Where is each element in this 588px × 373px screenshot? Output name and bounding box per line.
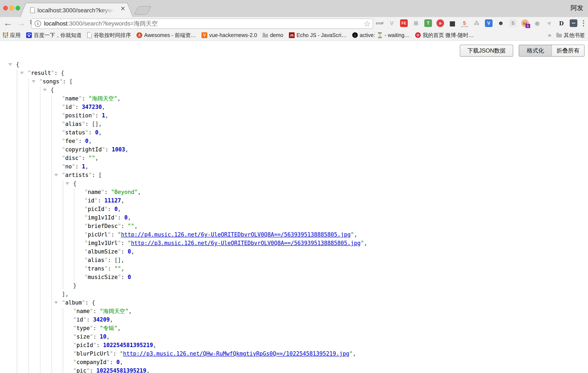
translate-icon[interactable]: en⇄ [376,19,384,27]
paw-icon[interactable]: ⁂ [473,19,480,27]
json-punctuation: { [51,87,54,93]
vue-icon[interactable]: V [388,19,396,27]
json-line: "musicSize": 0 [0,273,131,281]
download-json-button[interactable]: 下载JSON数据 [460,45,513,57]
json-key: id [76,316,83,323]
json-number-value: 11127 [104,197,121,204]
json-punctuation: , [121,197,124,204]
zoom-window-button[interactable] [16,6,20,11]
json-punctuation: , [102,104,105,110]
back-icon[interactable]: ← [3,17,12,29]
weibo-eye-icon-glyph: ◉ [535,20,540,27]
json-line: "songs": [ [0,77,73,86]
minimize-window-button[interactable] [9,6,14,11]
page-info-icon[interactable]: i [35,21,41,27]
close-window-button[interactable] [3,6,8,11]
vsquare-icon: V [201,32,207,38]
collapse-toggle-icon[interactable] [54,174,58,177]
json-url-link[interactable]: http://p4.music.126.net/6y-UleORITEDbvrO… [121,231,351,238]
json-line: "disc": "", [0,154,98,162]
bookmark-item[interactable]: JSEcho JS - JavaScri… [289,32,347,38]
json-punctuation: : [75,163,82,170]
other-bookmarks-folder[interactable]: 其他书签 [556,32,585,39]
bookmark-item[interactable]: 百度一下，你就知道 [26,32,82,39]
bookmark-item[interactable]: 应用 [3,32,21,39]
collapse-all-button[interactable]: 折叠所有 [552,45,584,56]
json-line: "id": 11127, [0,196,124,205]
bookmark-item[interactable]: ↓active: ⌛ - waiting… [352,32,410,38]
d-icon-glyph: D [559,20,564,27]
fe-icon[interactable]: FE [400,19,408,27]
json-url-link[interactable]: http://p3.music.126.net/QHw-RuMwfQkmgtiy… [123,351,349,357]
json-url-link[interactable]: http://p3.music.126.net/6y-UleORITEDbvrO… [131,240,360,246]
monkey-icon[interactable]: ω1 [521,19,529,27]
bookmark-item[interactable]: 谷歌按时间排序 [87,32,131,39]
json-punctuation: : [108,206,114,212]
json-key: briefDesc [88,223,118,229]
bookmarks-bar: 应用百度一下，你就知道谷歌按时间排序AAwesomes - 前端资…Vvue-h… [0,30,588,41]
new-tab-button[interactable] [134,6,152,15]
json-key: name [88,189,101,195]
vimium-icon[interactable]: V [485,19,493,27]
password-icon-glyph: ••• [572,21,576,25]
hummingbird-icon[interactable]: ➤ [546,19,553,27]
json-line: "img1v1Id": 0, [0,213,131,222]
json-number-value: 1 [82,163,85,170]
json-key: img1v1Url [88,240,118,246]
bookmarks-overflow-icon[interactable]: » [548,32,551,39]
json-key: fee [65,138,75,144]
password-icon[interactable]: ••• [570,19,577,27]
json-punctuation: , [146,367,150,373]
address-bar[interactable]: i localhost:3000/search?keywords=海阔天空 ☆ [31,19,373,29]
json-number-value: 347230 [82,104,102,110]
browser-profile-name[interactable]: 阿发 [571,4,583,12]
s-icon[interactable]: S [509,19,517,27]
bookmark-item[interactable]: 我的首页 微博-随时… [415,32,474,39]
tab-close-icon[interactable]: × [119,5,127,12]
bookmark-item[interactable]: demo [262,32,283,38]
d-icon[interactable]: D [558,19,565,27]
json-punctuation: : [78,138,85,144]
json-punctuation: : [82,155,88,161]
bookmark-item[interactable]: Vvue-hackernews-2.0 [201,32,257,38]
collapse-toggle-icon[interactable] [65,182,69,185]
bookmark-item[interactable]: AAwesomes - 前端资… [136,32,196,39]
qrcode-icon[interactable]: ▦ [449,19,456,27]
format-button[interactable]: 格式化 [519,45,552,56]
collapse-toggle-icon[interactable] [43,89,47,91]
html5-player-icon[interactable]: 5PLAYER [461,19,468,27]
json-string-value: "" [88,155,95,161]
json-punctuation: , [129,308,132,314]
page-icon [87,32,92,38]
mask-icon[interactable]: ☻ [497,19,505,27]
tampermonkey-icon[interactable]: T [424,19,432,27]
folder-icon [556,34,562,37]
json-line: "type": "专辑", [0,324,121,332]
json-punctuation: : { [85,299,95,306]
video-speed-icon[interactable]: » [436,19,444,27]
acircle-icon: A [136,32,142,38]
browser-window: localhost:3000/search?keywor × 阿发 ← → ↻ … [0,0,588,373]
vimium-icon-glyph: V [487,21,490,26]
collapse-toggle-icon[interactable] [32,80,35,83]
json-punctuation: , [134,223,138,229]
bookmark-label: 应用 [10,32,21,39]
json-key: trans [88,265,104,272]
s-icon-glyph: S [512,21,515,26]
collapse-toggle-icon[interactable] [54,301,58,304]
json-key: name [65,95,79,102]
url-text[interactable]: localhost:3000/search?keywords=海阔天空 [44,20,158,28]
collapse-toggle-icon[interactable] [20,72,24,75]
collapse-toggle-icon[interactable] [8,63,12,66]
json-punctuation: : [93,308,100,314]
json-line: "briefDesc": "", [0,222,137,230]
bookmark-star-icon[interactable]: ☆ [364,19,370,28]
bookmark-label: vue-hackernews-2.0 [209,32,257,38]
indent-guide [74,189,74,280]
json-punctuation: : [121,274,127,280]
other-bookmarks-label: 其他书签 [564,32,585,39]
sitemap-icon[interactable]: ⊞ [412,19,420,27]
chrome-menu-icon[interactable]: ⋮ [580,19,587,27]
bookmark-label: 谷歌按时间排序 [94,32,131,39]
weibo-eye-icon[interactable]: ◉ [533,19,541,27]
